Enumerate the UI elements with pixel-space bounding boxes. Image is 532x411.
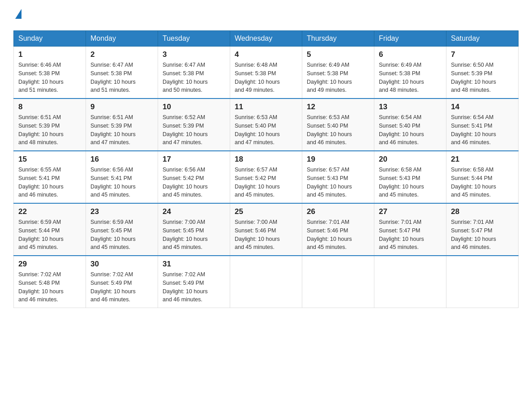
day-info: Sunrise: 6:49 AMSunset: 5:38 PMDaylight:… (379, 61, 442, 94)
day-number: 23 (90, 207, 153, 216)
day-info: Sunrise: 6:57 AMSunset: 5:43 PMDaylight:… (307, 166, 369, 199)
day-number: 8 (18, 103, 81, 111)
calendar-cell: 5Sunrise: 6:49 AMSunset: 5:38 PMDaylight… (302, 47, 374, 99)
calendar-cell: 25Sunrise: 7:00 AMSunset: 5:46 PMDayligh… (230, 203, 302, 256)
calendar-cell: 28Sunrise: 7:01 AMSunset: 5:47 PMDayligh… (446, 203, 519, 256)
day-number: 29 (18, 260, 81, 269)
day-number: 14 (451, 103, 514, 111)
day-info: Sunrise: 6:59 AMSunset: 5:44 PMDaylight:… (18, 218, 81, 252)
calendar-cell: 6Sunrise: 6:49 AMSunset: 5:38 PMDaylight… (374, 47, 446, 99)
day-number: 10 (163, 103, 225, 111)
calendar-header-row: SundayMondayTuesdayWednesdayThursdayFrid… (14, 31, 519, 47)
calendar-cell: 24Sunrise: 7:00 AMSunset: 5:45 PMDayligh… (158, 203, 230, 256)
calendar-week-row: 22Sunrise: 6:59 AMSunset: 5:44 PMDayligh… (14, 203, 519, 256)
calendar-cell (446, 256, 519, 308)
day-info: Sunrise: 6:53 AMSunset: 5:40 PMDaylight:… (307, 113, 369, 147)
col-header-saturday: Saturday (446, 31, 519, 47)
calendar-cell: 15Sunrise: 6:55 AMSunset: 5:41 PMDayligh… (14, 151, 86, 203)
day-number: 24 (163, 207, 225, 216)
day-info: Sunrise: 7:01 AMSunset: 5:46 PMDaylight:… (307, 218, 369, 252)
day-info: Sunrise: 6:59 AMSunset: 5:45 PMDaylight:… (90, 218, 153, 252)
calendar-cell: 16Sunrise: 6:56 AMSunset: 5:41 PMDayligh… (86, 151, 158, 203)
day-info: Sunrise: 6:51 AMSunset: 5:39 PMDaylight:… (90, 113, 153, 147)
day-number: 3 (163, 50, 225, 59)
col-header-tuesday: Tuesday (158, 31, 230, 47)
day-number: 16 (90, 155, 153, 164)
day-info: Sunrise: 7:02 AMSunset: 5:49 PMDaylight:… (163, 270, 225, 304)
day-number: 5 (307, 50, 369, 59)
calendar-cell: 27Sunrise: 7:01 AMSunset: 5:47 PMDayligh… (374, 203, 446, 256)
col-header-friday: Friday (374, 31, 446, 47)
calendar-cell: 13Sunrise: 6:54 AMSunset: 5:40 PMDayligh… (374, 98, 446, 151)
calendar-cell: 3Sunrise: 6:47 AMSunset: 5:38 PMDaylight… (158, 47, 230, 99)
calendar-cell (302, 256, 374, 308)
day-number: 4 (235, 50, 297, 59)
day-number: 27 (379, 207, 442, 216)
calendar-cell: 17Sunrise: 6:56 AMSunset: 5:42 PMDayligh… (158, 151, 230, 203)
calendar-cell: 9Sunrise: 6:51 AMSunset: 5:39 PMDaylight… (86, 98, 158, 151)
calendar-week-row: 1Sunrise: 6:46 AMSunset: 5:38 PMDaylight… (14, 47, 519, 99)
day-info: Sunrise: 6:47 AMSunset: 5:38 PMDaylight:… (163, 61, 225, 94)
day-number: 9 (90, 103, 153, 111)
day-info: Sunrise: 6:49 AMSunset: 5:38 PMDaylight:… (307, 61, 369, 94)
calendar-week-row: 29Sunrise: 7:02 AMSunset: 5:48 PMDayligh… (14, 256, 519, 308)
calendar-cell: 23Sunrise: 6:59 AMSunset: 5:45 PMDayligh… (86, 203, 158, 256)
day-number: 1 (18, 50, 81, 59)
logo (13, 9, 21, 21)
day-info: Sunrise: 6:55 AMSunset: 5:41 PMDaylight:… (18, 166, 81, 199)
day-number: 25 (235, 207, 297, 216)
calendar-cell: 2Sunrise: 6:47 AMSunset: 5:38 PMDaylight… (86, 47, 158, 99)
day-number: 18 (235, 155, 297, 164)
day-info: Sunrise: 6:57 AMSunset: 5:42 PMDaylight:… (235, 166, 297, 199)
day-info: Sunrise: 6:53 AMSunset: 5:40 PMDaylight:… (235, 113, 297, 147)
day-number: 19 (307, 155, 369, 164)
logo-triangle-icon (15, 9, 21, 19)
day-info: Sunrise: 6:54 AMSunset: 5:41 PMDaylight:… (451, 113, 514, 147)
day-info: Sunrise: 6:52 AMSunset: 5:39 PMDaylight:… (163, 113, 225, 147)
day-number: 15 (18, 155, 81, 164)
day-number: 20 (379, 155, 442, 164)
day-info: Sunrise: 6:51 AMSunset: 5:39 PMDaylight:… (18, 113, 81, 147)
calendar-cell: 1Sunrise: 6:46 AMSunset: 5:38 PMDaylight… (14, 47, 86, 99)
calendar-week-row: 8Sunrise: 6:51 AMSunset: 5:39 PMDaylight… (14, 98, 519, 151)
calendar-cell: 18Sunrise: 6:57 AMSunset: 5:42 PMDayligh… (230, 151, 302, 203)
day-info: Sunrise: 7:01 AMSunset: 5:47 PMDaylight:… (451, 218, 514, 252)
calendar-cell (230, 256, 302, 308)
day-number: 11 (235, 103, 297, 111)
col-header-monday: Monday (86, 31, 158, 47)
day-number: 30 (90, 260, 153, 269)
calendar-cell: 8Sunrise: 6:51 AMSunset: 5:39 PMDaylight… (14, 98, 86, 151)
day-info: Sunrise: 6:56 AMSunset: 5:42 PMDaylight:… (163, 166, 225, 199)
day-info: Sunrise: 6:48 AMSunset: 5:38 PMDaylight:… (235, 61, 297, 94)
calendar-cell: 22Sunrise: 6:59 AMSunset: 5:44 PMDayligh… (14, 203, 86, 256)
col-header-thursday: Thursday (302, 31, 374, 47)
day-number: 22 (18, 207, 81, 216)
calendar-cell: 29Sunrise: 7:02 AMSunset: 5:48 PMDayligh… (14, 256, 86, 308)
day-info: Sunrise: 6:46 AMSunset: 5:38 PMDaylight:… (18, 61, 81, 94)
calendar-cell (374, 256, 446, 308)
col-header-wednesday: Wednesday (230, 31, 302, 47)
day-number: 26 (307, 207, 369, 216)
day-number: 7 (451, 50, 514, 59)
day-number: 17 (163, 155, 225, 164)
day-info: Sunrise: 6:47 AMSunset: 5:38 PMDaylight:… (90, 61, 153, 94)
calendar-cell: 30Sunrise: 7:02 AMSunset: 5:49 PMDayligh… (86, 256, 158, 308)
day-info: Sunrise: 7:02 AMSunset: 5:48 PMDaylight:… (18, 270, 81, 304)
day-info: Sunrise: 7:00 AMSunset: 5:45 PMDaylight:… (163, 218, 225, 252)
day-info: Sunrise: 7:02 AMSunset: 5:49 PMDaylight:… (90, 270, 153, 304)
page-header (13, 9, 519, 21)
calendar-cell: 12Sunrise: 6:53 AMSunset: 5:40 PMDayligh… (302, 98, 374, 151)
day-number: 31 (163, 260, 225, 269)
day-number: 6 (379, 50, 442, 59)
day-info: Sunrise: 6:50 AMSunset: 5:39 PMDaylight:… (451, 61, 514, 94)
calendar-cell: 11Sunrise: 6:53 AMSunset: 5:40 PMDayligh… (230, 98, 302, 151)
day-info: Sunrise: 6:54 AMSunset: 5:40 PMDaylight:… (379, 113, 442, 147)
day-number: 13 (379, 103, 442, 111)
calendar-cell: 26Sunrise: 7:01 AMSunset: 5:46 PMDayligh… (302, 203, 374, 256)
calendar-cell: 31Sunrise: 7:02 AMSunset: 5:49 PMDayligh… (158, 256, 230, 308)
col-header-sunday: Sunday (14, 31, 86, 47)
calendar-cell: 21Sunrise: 6:58 AMSunset: 5:44 PMDayligh… (446, 151, 519, 203)
calendar-cell: 4Sunrise: 6:48 AMSunset: 5:38 PMDaylight… (230, 47, 302, 99)
day-number: 28 (451, 207, 514, 216)
calendar-cell: 19Sunrise: 6:57 AMSunset: 5:43 PMDayligh… (302, 151, 374, 203)
